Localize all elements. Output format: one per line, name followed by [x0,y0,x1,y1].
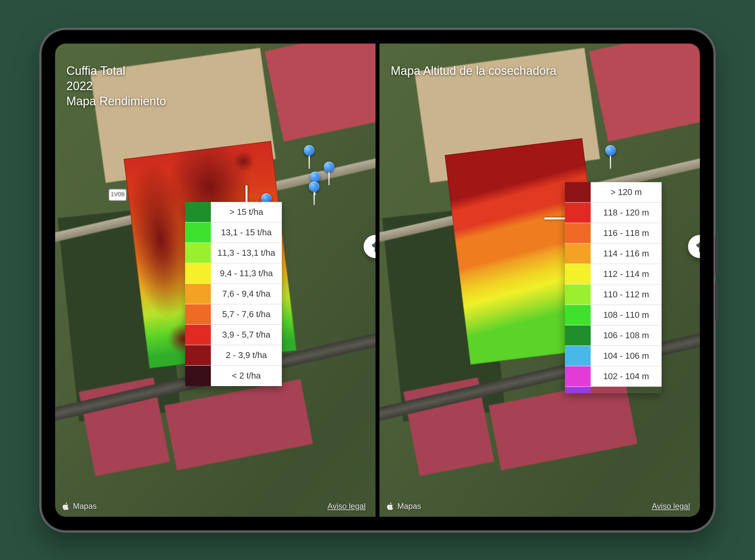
legend-label: 2 - 3,9 t/ha [211,345,282,366]
legend-swatch [185,202,211,222]
legend-swatch [565,223,591,243]
legend-label: 108 - 110 m [591,305,661,325]
map-pin[interactable] [309,183,320,205]
legend-row: 3,9 - 5,7 t/ha [185,325,282,345]
legend-altitude: > 120 m118 - 120 m116 - 118 m114 - 116 m… [565,182,661,393]
legend-label: 5,7 - 7,6 t/ha [211,304,282,325]
apple-logo-icon [386,502,395,511]
pin-stick [313,192,315,205]
legend-yield: > 15 t/ha13,1 - 15 t/ha11,3 - 13,1 t/ha9… [185,202,282,386]
legend-row: 108 - 110 m [565,305,661,325]
legend-row: 118 - 120 m [565,203,661,223]
legend-row: 104 - 106 m [565,346,661,366]
legend-row: 116 - 118 m [565,223,661,243]
legal-notice-link[interactable]: Aviso legal [652,502,690,511]
legend-label: 104 - 106 m [591,346,661,366]
legend-label: 11,3 - 13,1 t/ha [211,243,282,263]
legend-swatch [185,222,211,243]
legend-label: < 2 t/ha [211,366,282,386]
legend-swatch [565,182,591,203]
map-pane-yield[interactable]: 1V09 Cuffia Total 2022 Mapa Rendimiento … [55,43,375,517]
legend-label: 110 - 112 m [591,284,661,305]
legend-row: 110 - 112 m [565,284,661,305]
apple-logo-icon [62,502,70,511]
legend-label: 7,6 - 9,4 t/ha [211,284,282,304]
maps-label: Mapas [397,502,421,511]
legend-swatch [565,243,591,264]
legend-label: > 15 t/ha [211,202,282,222]
maps-label: Mapas [73,502,97,511]
legend-row: 13,1 - 15 t/ha [185,222,282,243]
legend-row: 114 - 116 m [565,243,661,264]
volume-button [715,236,718,275]
map-pin[interactable] [605,147,616,169]
pin-stick [610,156,611,169]
legend-swatch [565,305,591,325]
plant-icon [693,240,700,253]
legend-swatch [565,284,591,305]
legend-row: > 120 m [565,182,661,203]
legend-row: 2 - 3,9 t/ha [185,345,282,366]
device-frame: 1V09 Cuffia Total 2022 Mapa Rendimiento … [39,28,716,533]
legend-label: 13,1 - 15 t/ha [211,222,282,243]
legend-swatch [565,366,591,387]
map-attribution[interactable]: Mapas [386,502,421,511]
legend-label: 9,4 - 11,3 t/ha [211,263,282,284]
map-title: Cuffia Total 2022 Mapa Rendimiento [66,63,166,109]
legend-row: 102 - 104 m [565,366,661,387]
pin-stick [328,172,330,185]
legend-label: 118 - 120 m [591,203,661,223]
map-pane-altitude[interactable]: Mapa Altitud de la cosechadora > 120 m11… [380,43,700,517]
legend-label: 114 - 116 m [591,243,661,264]
legend-swatch [185,263,211,284]
legend-swatch [565,325,591,346]
volume-button [715,282,718,321]
legend-row: < 2 t/ha [185,366,282,386]
pin-head-icon [304,145,314,156]
legend-swatch [185,325,211,345]
legend-label: 102 - 104 m [591,366,661,387]
legend-label: 3,9 - 5,7 t/ha [211,325,282,345]
map-title: Mapa Altitud de la cosechadora [391,63,556,79]
legend-swatch [565,203,591,223]
split-divider[interactable] [375,43,380,517]
pin-head-icon [310,172,321,182]
map-pin[interactable] [304,147,314,169]
legend-row: > 15 t/ha [185,202,282,222]
legend-row: 7,6 - 9,4 t/ha [185,284,282,304]
pin-head-icon [324,162,334,172]
legend-label: 116 - 118 m [591,223,661,243]
pin-head-icon [309,181,320,192]
legend-swatch [185,243,211,263]
map-pin[interactable] [324,164,334,185]
legend-swatch [565,346,591,366]
road-label: 1V09 [108,188,127,201]
legend-row: 9,4 - 11,3 t/ha [185,263,282,284]
legend-swatch [185,345,211,366]
legend-swatch [185,304,211,325]
legend-row: 112 - 114 m [565,264,661,284]
map-attribution[interactable]: Mapas [62,502,97,511]
legend-swatch [185,284,211,304]
legend-label: 106 - 108 m [591,325,661,346]
legend-row: 5,7 - 7,6 t/ha [185,304,282,325]
pin-stick [308,156,310,169]
screen: 1V09 Cuffia Total 2022 Mapa Rendimiento … [55,43,700,517]
legend-label: > 120 m [591,182,661,203]
pin-head-icon [605,145,616,156]
legend-row [565,387,661,393]
plant-icon [369,240,375,253]
legend-row: 106 - 108 m [565,325,661,346]
legend-swatch [565,264,591,284]
legal-notice-link[interactable]: Aviso legal [327,502,366,511]
legend-label: 112 - 114 m [591,264,661,284]
legend-swatch [185,366,211,386]
legend-row: 11,3 - 13,1 t/ha [185,243,282,263]
legend-swatch [565,387,591,393]
